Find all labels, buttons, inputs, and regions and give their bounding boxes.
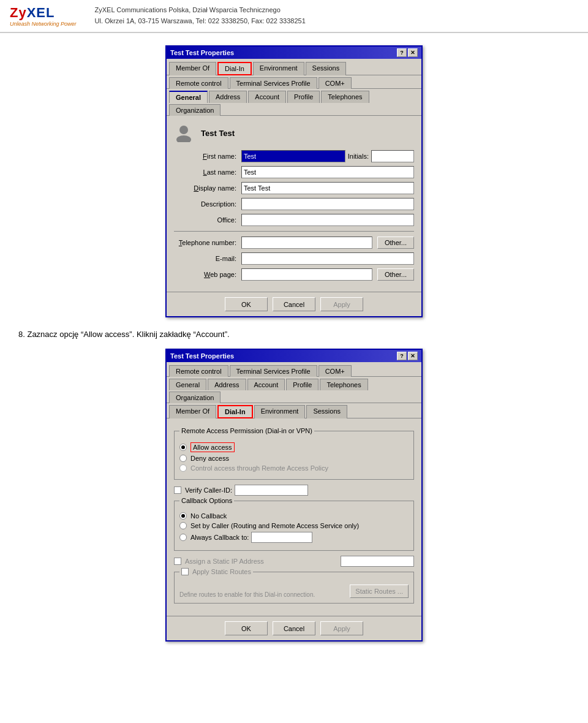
static-routes-title: Apply Static Routes <box>179 568 253 575</box>
d2-tab-sessions[interactable]: Sessions <box>306 405 347 418</box>
d2-tab-com[interactable]: COM+ <box>318 365 352 377</box>
dialog2-tabs-row2: General Address Account Profile Telephon… <box>167 377 421 403</box>
d2-help-button[interactable]: ? <box>397 352 407 360</box>
user-icon-row: Test Test <box>174 123 414 143</box>
assign-static-ip-checkbox[interactable] <box>174 558 181 565</box>
tab-account[interactable]: Account <box>248 91 286 103</box>
d2-tab-address[interactable]: Address <box>208 379 246 390</box>
tab-member-of[interactable]: Member Of <box>169 62 216 75</box>
callback-options-group: Callback Options No Callback Set by Call… <box>174 501 414 551</box>
close-button[interactable]: ✕ <box>408 48 418 57</box>
logo-zy: Zy <box>10 5 27 20</box>
page-header: ZyXEL Unleash Networking Power ZyXEL Com… <box>0 0 588 32</box>
tab-telephones[interactable]: Telephones <box>321 91 369 103</box>
always-callback-input[interactable] <box>251 532 312 543</box>
tab-environment[interactable]: Environment <box>253 62 304 75</box>
allow-access-radio[interactable] <box>179 444 187 451</box>
remote-access-title: Remote Access Permission (Dial-in or VPN… <box>179 427 314 434</box>
callback-options-title: Callback Options <box>179 497 234 504</box>
d2-tab-remote-control[interactable]: Remote control <box>169 365 228 377</box>
d2-tab-organization[interactable]: Organization <box>169 392 221 403</box>
d2-tab-general[interactable]: General <box>169 379 206 390</box>
static-routes-button[interactable]: Static Routes ... <box>350 585 409 598</box>
dialog2-wrapper: Test Test Properties ? ✕ Remote control … <box>18 349 570 642</box>
tab-dial-in[interactable]: Dial-In <box>217 62 252 75</box>
tab-sessions[interactable]: Sessions <box>306 62 347 75</box>
apply-button[interactable]: Apply <box>320 297 363 311</box>
tab-general[interactable]: General <box>169 91 208 103</box>
no-callback-row: No Callback <box>179 512 409 520</box>
d2-tab-account[interactable]: Account <box>247 379 285 390</box>
first-name-input[interactable] <box>241 150 345 162</box>
tab-profile[interactable]: Profile <box>287 91 320 103</box>
dialog1-tabs-row1: Member Of Dial-In Environment Sessions <box>167 59 421 75</box>
allow-access-row: Allow access <box>179 442 409 452</box>
header-contact: ZyXEL Communications Polska, Dział Wspar… <box>95 5 306 26</box>
deny-access-row: Deny access <box>179 455 409 462</box>
verify-caller-input[interactable] <box>235 485 308 496</box>
first-name-label: First name: <box>174 153 241 160</box>
d2-tab-telephones[interactable]: Telephones <box>320 379 368 390</box>
cancel-button[interactable]: Cancel <box>273 297 315 311</box>
control-access-row: Control access through Remote Access Pol… <box>179 464 409 472</box>
email-input[interactable] <box>241 252 414 265</box>
web-page-input[interactable] <box>241 268 372 281</box>
d2-tab-member-of[interactable]: Member Of <box>169 405 216 418</box>
tab-organization[interactable]: Organization <box>169 104 221 116</box>
telephone-label: Telephone number: <box>174 239 241 246</box>
dialog2-tabs-row1: Remote control Terminal Services Profile… <box>167 362 421 377</box>
deny-access-radio[interactable] <box>179 455 187 462</box>
company-address: Ul. Okrzei 1A, 03-715 Warszawa, Tel: 022… <box>95 16 306 27</box>
logo-xel: XEL <box>27 5 55 20</box>
tab-remote-control[interactable]: Remote control <box>169 77 228 89</box>
d2-ok-button[interactable]: OK <box>225 621 268 635</box>
initials-label: Initials: <box>348 153 369 160</box>
dialog1-tabs-row3: General Address Account Profile Telephon… <box>167 89 421 116</box>
svg-point-1 <box>176 135 191 142</box>
last-name-label: Last name: <box>174 168 241 176</box>
office-input[interactable] <box>241 214 414 226</box>
web-other-button[interactable]: Other... <box>377 268 414 281</box>
static-ip-input[interactable] <box>341 556 414 567</box>
tab-terminal-services[interactable]: Terminal Services Profile <box>230 77 317 89</box>
telephone-input[interactable] <box>241 237 372 249</box>
last-name-row: Last name: <box>174 166 414 178</box>
description-label: Description: <box>174 200 241 208</box>
d2-cancel-button[interactable]: Cancel <box>273 621 315 635</box>
d2-tab-dial-in[interactable]: Dial-In <box>217 405 253 418</box>
d2-tab-terminal[interactable]: Terminal Services Profile <box>230 365 317 377</box>
tab-com-plus[interactable]: COM+ <box>318 77 352 89</box>
display-name-row: Display name: <box>174 182 414 194</box>
email-row: E-mail: <box>174 252 414 265</box>
static-routes-group: Apply Static Routes Define routes to ena… <box>174 572 414 604</box>
d2-tab-profile[interactable]: Profile <box>286 379 318 390</box>
allow-access-label: Allow access <box>190 442 235 452</box>
last-name-input[interactable] <box>241 166 414 178</box>
description-row: Description: <box>174 198 414 210</box>
description-input[interactable] <box>241 198 414 210</box>
set-by-caller-radio[interactable] <box>179 522 187 529</box>
initials-input[interactable] <box>371 150 414 162</box>
remote-access-group: Remote Access Permission (Dial-in or VPN… <box>174 431 414 480</box>
d2-close-button[interactable]: ✕ <box>408 352 418 360</box>
no-callback-radio[interactable] <box>179 512 187 520</box>
dialog1-tabs-row2: Remote control Terminal Services Profile… <box>167 75 421 89</box>
verify-caller-checkbox[interactable] <box>174 486 181 494</box>
logo-tagline: Unleash Networking Power <box>10 21 77 27</box>
ok-button[interactable]: OK <box>225 297 268 311</box>
display-name-input[interactable] <box>241 182 414 194</box>
page-content: Test Test Properties ? ✕ Member Of Dial-… <box>0 33 588 666</box>
apply-static-routes-checkbox[interactable] <box>181 568 189 575</box>
d2-tab-environment[interactable]: Environment <box>254 405 306 418</box>
telephone-other-button[interactable]: Other... <box>377 237 414 249</box>
control-access-radio[interactable] <box>179 464 187 472</box>
assign-static-ip-label: Assign a Static IP Address <box>185 558 264 565</box>
tab-address[interactable]: Address <box>209 91 247 103</box>
control-access-label: Control access through Remote Access Pol… <box>190 464 328 472</box>
help-button[interactable]: ? <box>397 48 407 57</box>
d2-apply-button[interactable]: Apply <box>320 621 363 635</box>
dialog2-titlebar-buttons: ? ✕ <box>397 352 418 360</box>
step-text: 8. Zaznacz opcję “Allow access”. Kliknij… <box>18 330 570 339</box>
always-callback-radio[interactable] <box>179 534 187 541</box>
verify-caller-row: Verify Caller-ID: <box>174 485 414 496</box>
